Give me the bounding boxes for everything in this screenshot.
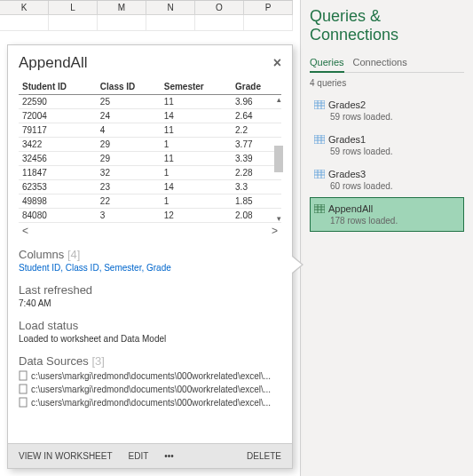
- vertical-scrollbar[interactable]: ▴ ▾: [274, 95, 283, 223]
- column-link[interactable]: Student ID: [19, 263, 60, 273]
- col-grade[interactable]: Grade: [232, 79, 281, 95]
- column-link[interactable]: Class ID: [66, 263, 99, 273]
- last-refreshed-heading: Last refreshed: [19, 283, 281, 297]
- table-cell: 12: [161, 209, 232, 223]
- delete-button[interactable]: DELETE: [247, 451, 281, 461]
- callout-arrow-icon: [293, 256, 304, 274]
- table-cell: 62353: [19, 180, 97, 194]
- data-source-path: c:\users\markgi\redmond\documents\000wor…: [31, 371, 271, 381]
- table-cell: 72004: [19, 109, 97, 123]
- edit-button[interactable]: EDIT: [129, 451, 149, 461]
- table-cell: 29: [97, 152, 161, 166]
- query-preview-popup: AppendAll × Student ID Class ID Semester…: [7, 44, 293, 469]
- data-source-path: c:\users\markgi\redmond\documents\000wor…: [31, 385, 271, 394]
- table-cell: 22: [97, 194, 161, 209]
- table-cell: 25: [97, 95, 161, 109]
- scroll-left-icon[interactable]: <: [22, 225, 28, 237]
- query-count: 4 queries: [310, 78, 464, 88]
- queries-connections-panel: Queries & Connections Queries Connection…: [300, 0, 473, 476]
- table-row[interactable]: 34222913.77: [19, 138, 281, 152]
- close-icon[interactable]: ×: [273, 55, 281, 71]
- table-cell: 32456: [19, 152, 97, 166]
- table-cell: 1: [161, 194, 232, 209]
- query-status: 60 rows loaded.: [330, 181, 460, 191]
- table-cell: 1: [161, 166, 232, 180]
- column-link[interactable]: Semester: [104, 263, 141, 273]
- load-status-heading: Load status: [19, 319, 281, 332]
- table-icon: [314, 100, 325, 109]
- table-row[interactable]: 498982211.85: [19, 194, 281, 209]
- file-icon: [19, 384, 28, 394]
- scroll-down-icon[interactable]: ▾: [277, 214, 281, 223]
- col-header[interactable]: M: [98, 1, 146, 15]
- table-cell: 49898: [19, 194, 97, 209]
- data-source-row[interactable]: c:\users\markgi\redmond\documents\000wor…: [19, 397, 281, 408]
- table-icon: [314, 204, 325, 213]
- query-item-grades3[interactable]: Grades3 60 rows loaded.: [310, 163, 464, 197]
- query-status: 59 rows loaded.: [330, 147, 460, 156]
- query-item-grades2[interactable]: Grades2 59 rows loaded.: [310, 93, 464, 128]
- col-header[interactable]: N: [146, 1, 195, 15]
- view-in-worksheet-button[interactable]: VIEW IN WORKSHEET: [19, 451, 113, 461]
- popup-title: AppendAll: [19, 54, 88, 72]
- column-link[interactable]: Grade: [146, 263, 171, 273]
- query-name: AppendAll: [328, 203, 373, 214]
- scroll-right-icon[interactable]: >: [272, 225, 278, 237]
- query-item-grades1[interactable]: Grades1 59 rows loaded.: [310, 128, 464, 163]
- query-name: Grades1: [328, 134, 366, 145]
- panel-title: Queries & Connections: [310, 7, 464, 44]
- col-student-id[interactable]: Student ID: [19, 79, 97, 95]
- tab-connections[interactable]: Connections: [353, 53, 407, 72]
- table-cell: 29: [97, 138, 161, 152]
- table-cell: 22590: [19, 95, 97, 109]
- data-sources-heading: Data Sources: [19, 354, 89, 368]
- table-row[interactable]: 118473212.28: [19, 166, 281, 180]
- table-icon: [314, 170, 325, 178]
- svg-rect-21: [20, 385, 27, 393]
- data-source-row[interactable]: c:\users\markgi\redmond\documents\000wor…: [19, 370, 281, 381]
- table-cell: 84080: [19, 209, 97, 223]
- table-row[interactable]: 6235323143.3: [19, 180, 281, 194]
- table-row[interactable]: 7200424142.64: [19, 109, 281, 123]
- file-icon: [19, 397, 28, 408]
- query-name: Grades2: [328, 99, 366, 110]
- table-cell: 3: [97, 209, 161, 223]
- spreadsheet-grid[interactable]: K L M N O P: [0, 0, 293, 44]
- table-cell: 23: [97, 180, 161, 194]
- preview-table: Student ID Class ID Semester Grade 22590…: [19, 79, 281, 223]
- svg-rect-10: [314, 170, 325, 178]
- col-semester[interactable]: Semester: [161, 79, 232, 95]
- query-status: 178 rows loaded.: [330, 216, 460, 226]
- svg-rect-5: [314, 135, 325, 144]
- table-cell: 24: [97, 109, 161, 123]
- svg-rect-20: [20, 371, 27, 380]
- table-row[interactable]: 3245629113.39: [19, 152, 281, 166]
- data-source-row[interactable]: c:\users\markgi\redmond\documents\000wor…: [19, 384, 281, 394]
- svg-rect-15: [314, 204, 325, 213]
- col-header[interactable]: O: [195, 1, 244, 15]
- table-row[interactable]: 840803122.08: [19, 209, 281, 223]
- data-source-path: c:\users\markgi\redmond\documents\000wor…: [31, 398, 271, 408]
- more-button[interactable]: •••: [164, 451, 174, 461]
- col-class-id[interactable]: Class ID: [97, 79, 161, 95]
- col-header[interactable]: P: [244, 1, 293, 15]
- data-sources-count: [3]: [91, 354, 104, 368]
- table-cell: 11: [161, 95, 232, 109]
- svg-rect-0: [314, 100, 325, 109]
- table-cell: 11: [161, 123, 232, 138]
- query-name: Grades3: [328, 169, 366, 179]
- table-cell: 1: [161, 138, 232, 152]
- table-cell: 14: [161, 180, 232, 194]
- query-item-appendall[interactable]: AppendAll 178 rows loaded.: [310, 197, 464, 232]
- table-row[interactable]: 791174112.2: [19, 123, 281, 138]
- file-icon: [19, 370, 28, 381]
- horizontal-scrollbar[interactable]: < >: [19, 225, 281, 237]
- table-cell: 3422: [19, 138, 97, 152]
- last-refreshed-value: 7:40 AM: [19, 298, 281, 308]
- tab-queries[interactable]: Queries: [310, 53, 344, 73]
- columns-list: Student ID, Class ID, Semester, Grade: [19, 263, 281, 273]
- table-row[interactable]: 2259025113.96: [19, 95, 281, 109]
- scroll-up-icon[interactable]: ▴: [277, 95, 281, 104]
- col-header[interactable]: K: [0, 1, 49, 15]
- col-header[interactable]: L: [49, 1, 98, 15]
